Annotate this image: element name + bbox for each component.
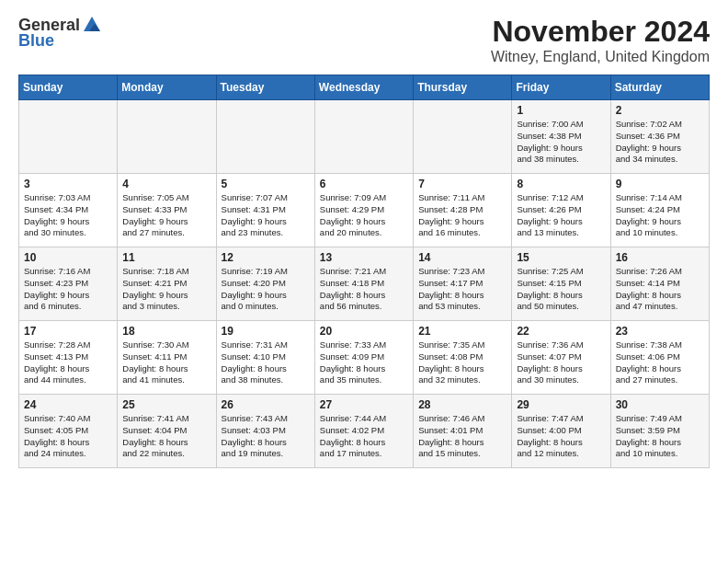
day-number: 23 (616, 325, 704, 338)
day-number: 8 (517, 178, 605, 190)
day-number: 29 (517, 398, 605, 411)
day-info: Sunrise: 7:18 AM Sunset: 4:21 PM Dayligh… (122, 266, 210, 313)
title-block: November 2024 Witney, England, United Ki… (491, 15, 710, 65)
day-info: Sunrise: 7:26 AM Sunset: 4:14 PM Dayligh… (616, 266, 704, 313)
day-number: 27 (320, 398, 408, 411)
day-number: 21 (418, 325, 506, 338)
day-number: 9 (616, 178, 704, 190)
calendar-cell: 29Sunrise: 7:47 AM Sunset: 4:00 PM Dayli… (512, 395, 610, 468)
day-number: 10 (24, 251, 112, 264)
day-header-thursday: Thursday (414, 75, 512, 100)
calendar-cell: 13Sunrise: 7:21 AM Sunset: 4:18 PM Dayli… (314, 247, 413, 321)
calendar-cell (216, 100, 314, 174)
day-number: 13 (320, 251, 408, 264)
day-info: Sunrise: 7:46 AM Sunset: 4:01 PM Dayligh… (418, 413, 506, 460)
calendar-cell: 19Sunrise: 7:31 AM Sunset: 4:10 PM Dayli… (216, 321, 314, 395)
day-number: 22 (517, 325, 605, 338)
week-row-1: 1Sunrise: 7:00 AM Sunset: 4:38 PM Daylig… (19, 100, 710, 174)
calendar-cell (414, 100, 512, 174)
day-number: 18 (122, 325, 210, 338)
day-info: Sunrise: 7:38 AM Sunset: 4:06 PM Dayligh… (616, 339, 704, 386)
calendar-cell: 20Sunrise: 7:33 AM Sunset: 4:09 PM Dayli… (314, 321, 413, 395)
week-row-2: 3Sunrise: 7:03 AM Sunset: 4:34 PM Daylig… (19, 174, 710, 247)
day-number: 16 (616, 251, 704, 264)
day-header-saturday: Saturday (610, 75, 709, 100)
day-number: 14 (418, 251, 506, 264)
header: General Blue November 2024 Witney, Engla… (18, 15, 710, 65)
calendar-cell: 10Sunrise: 7:16 AM Sunset: 4:23 PM Dayli… (19, 247, 118, 321)
calendar-cell: 4Sunrise: 7:05 AM Sunset: 4:33 PM Daylig… (118, 174, 216, 247)
calendar-cell: 12Sunrise: 7:19 AM Sunset: 4:20 PM Dayli… (216, 247, 314, 321)
day-number: 2 (616, 104, 704, 117)
page: General Blue November 2024 Witney, Engla… (0, 0, 728, 477)
day-number: 17 (24, 325, 112, 338)
day-info: Sunrise: 7:31 AM Sunset: 4:10 PM Dayligh… (222, 339, 310, 386)
day-info: Sunrise: 7:05 AM Sunset: 4:33 PM Dayligh… (122, 192, 210, 239)
week-row-3: 10Sunrise: 7:16 AM Sunset: 4:23 PM Dayli… (19, 247, 710, 321)
day-info: Sunrise: 7:07 AM Sunset: 4:31 PM Dayligh… (222, 192, 310, 239)
calendar-cell: 6Sunrise: 7:09 AM Sunset: 4:29 PM Daylig… (314, 174, 413, 247)
day-number: 15 (517, 251, 605, 264)
day-info: Sunrise: 7:21 AM Sunset: 4:18 PM Dayligh… (320, 266, 408, 313)
calendar-cell: 18Sunrise: 7:30 AM Sunset: 4:11 PM Dayli… (118, 321, 216, 395)
day-number: 12 (222, 251, 310, 264)
day-info: Sunrise: 7:49 AM Sunset: 3:59 PM Dayligh… (616, 413, 704, 460)
calendar-cell (19, 100, 118, 174)
day-header-wednesday: Wednesday (314, 75, 413, 100)
calendar-cell: 26Sunrise: 7:43 AM Sunset: 4:03 PM Dayli… (216, 395, 314, 468)
day-info: Sunrise: 7:40 AM Sunset: 4:05 PM Dayligh… (24, 413, 112, 460)
week-row-4: 17Sunrise: 7:28 AM Sunset: 4:13 PM Dayli… (19, 321, 710, 395)
day-info: Sunrise: 7:14 AM Sunset: 4:24 PM Dayligh… (616, 192, 704, 239)
day-number: 7 (418, 178, 506, 190)
calendar-cell: 3Sunrise: 7:03 AM Sunset: 4:34 PM Daylig… (19, 174, 118, 247)
day-info: Sunrise: 7:00 AM Sunset: 4:38 PM Dayligh… (517, 119, 605, 166)
day-info: Sunrise: 7:30 AM Sunset: 4:11 PM Dayligh… (122, 339, 210, 386)
day-info: Sunrise: 7:35 AM Sunset: 4:08 PM Dayligh… (418, 339, 506, 386)
subtitle: Witney, England, United Kingdom (491, 49, 710, 65)
day-number: 25 (122, 398, 210, 411)
calendar-cell: 7Sunrise: 7:11 AM Sunset: 4:28 PM Daylig… (414, 174, 512, 247)
day-info: Sunrise: 7:16 AM Sunset: 4:23 PM Dayligh… (24, 266, 112, 313)
day-number: 4 (122, 178, 210, 190)
calendar-cell: 30Sunrise: 7:49 AM Sunset: 3:59 PM Dayli… (610, 395, 709, 468)
day-number: 6 (320, 178, 408, 190)
calendar-cell: 27Sunrise: 7:44 AM Sunset: 4:02 PM Dayli… (314, 395, 413, 468)
calendar-table: SundayMondayTuesdayWednesdayThursdayFrid… (18, 75, 710, 468)
calendar-cell (118, 100, 216, 174)
day-info: Sunrise: 7:02 AM Sunset: 4:36 PM Dayligh… (616, 119, 704, 166)
day-info: Sunrise: 7:11 AM Sunset: 4:28 PM Dayligh… (418, 192, 506, 239)
day-info: Sunrise: 7:28 AM Sunset: 4:13 PM Dayligh… (24, 339, 112, 386)
day-number: 3 (24, 178, 112, 190)
day-header-friday: Friday (512, 75, 610, 100)
calendar-cell: 8Sunrise: 7:12 AM Sunset: 4:26 PM Daylig… (512, 174, 610, 247)
day-info: Sunrise: 7:03 AM Sunset: 4:34 PM Dayligh… (24, 192, 112, 239)
day-number: 24 (24, 398, 112, 411)
calendar-cell: 15Sunrise: 7:25 AM Sunset: 4:15 PM Dayli… (512, 247, 610, 321)
calendar-cell: 25Sunrise: 7:41 AM Sunset: 4:04 PM Dayli… (118, 395, 216, 468)
calendar-cell: 21Sunrise: 7:35 AM Sunset: 4:08 PM Dayli… (414, 321, 512, 395)
day-number: 5 (222, 178, 310, 190)
day-info: Sunrise: 7:47 AM Sunset: 4:00 PM Dayligh… (517, 413, 605, 460)
logo: General Blue (18, 15, 104, 51)
day-info: Sunrise: 7:19 AM Sunset: 4:20 PM Dayligh… (222, 266, 310, 313)
calendar-cell: 24Sunrise: 7:40 AM Sunset: 4:05 PM Dayli… (19, 395, 118, 468)
day-info: Sunrise: 7:41 AM Sunset: 4:04 PM Dayligh… (122, 413, 210, 460)
calendar-cell: 28Sunrise: 7:46 AM Sunset: 4:01 PM Dayli… (414, 395, 512, 468)
week-row-5: 24Sunrise: 7:40 AM Sunset: 4:05 PM Dayli… (19, 395, 710, 468)
day-info: Sunrise: 7:12 AM Sunset: 4:26 PM Dayligh… (517, 192, 605, 239)
calendar-cell (314, 100, 413, 174)
calendar-cell: 9Sunrise: 7:14 AM Sunset: 4:24 PM Daylig… (610, 174, 709, 247)
calendar-cell: 16Sunrise: 7:26 AM Sunset: 4:14 PM Dayli… (610, 247, 709, 321)
day-number: 26 (222, 398, 310, 411)
day-header-monday: Monday (118, 75, 216, 100)
calendar-cell: 14Sunrise: 7:23 AM Sunset: 4:17 PM Dayli… (414, 247, 512, 321)
day-info: Sunrise: 7:25 AM Sunset: 4:15 PM Dayligh… (517, 266, 605, 313)
calendar-cell: 11Sunrise: 7:18 AM Sunset: 4:21 PM Dayli… (118, 247, 216, 321)
day-info: Sunrise: 7:43 AM Sunset: 4:03 PM Dayligh… (222, 413, 310, 460)
day-number: 1 (517, 104, 605, 117)
day-info: Sunrise: 7:44 AM Sunset: 4:02 PM Dayligh… (320, 413, 408, 460)
calendar-cell: 5Sunrise: 7:07 AM Sunset: 4:31 PM Daylig… (216, 174, 314, 247)
day-header-tuesday: Tuesday (216, 75, 314, 100)
day-number: 30 (616, 398, 704, 411)
header-row: SundayMondayTuesdayWednesdayThursdayFrid… (19, 75, 710, 100)
